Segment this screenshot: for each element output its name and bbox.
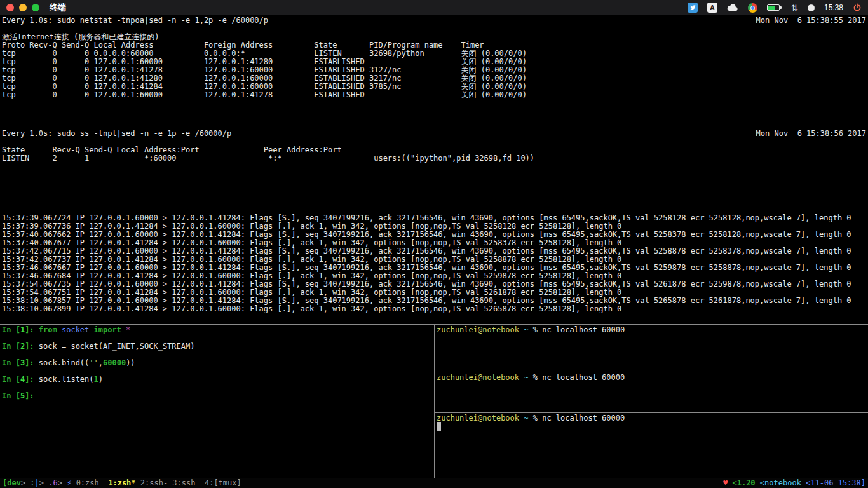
text-segment: sock = socket(AF_INET,SOCK_STREAM) [39,342,195,351]
text-segment: ]: [25,325,39,334]
text-segment [437,422,441,431]
app-title[interactable]: 终端 [50,2,66,13]
power-icon[interactable] [853,3,862,12]
text-segment: 1:zsh* [108,478,140,487]
pane-nc-1[interactable]: zuchunlei@notebook ~ % nc localhost 6000… [435,325,868,372]
terminal-line: zuchunlei@notebook ~ % nc localhost 6000… [437,374,866,382]
terminal-line [2,384,432,392]
terminal-line: zuchunlei@notebook ~ % nc localhost 6000… [437,326,866,334]
text-segment: ]: [25,375,39,384]
tmux-statusbar: [dev> :|> .6> ⚡ 0:zsh 1:zsh* 2:ssh- 3:ss… [0,478,868,488]
battery-cap [780,6,782,9]
terminal-line: In [2]: sock = socket(AF_INET,SOCK_STREA… [2,342,432,351]
pane-watch-ss[interactable]: Every 1.0s: sudo ss -tnpl|sed -n -e 1p -… [0,128,868,210]
pane-nc-2[interactable]: zuchunlei@notebook ~ % nc localhost 6000… [435,372,868,412]
text-segment: ]: [25,342,39,351]
text-segment: > [21,478,30,487]
terminal-line: In [1]: from socket import * [2,326,432,334]
cloud-icon[interactable] [727,4,738,11]
terminal-line: In [5]: [2,392,432,400]
text-segment: zuchunlei@notebook [437,373,519,382]
watch-netstat-command: Every 1.0s: sudo netstat -tnpoa|sed -n -… [2,17,268,25]
watch-ss-command: Every 1.0s: sudo ss -tnpl|sed -n -e 1p -… [2,130,231,138]
twitter-icon[interactable] [688,3,698,13]
text-segment: % nc localhost 60000 [529,325,625,334]
terminal-line: tcp 0 0 127.0.0.1:60000 127.0.0.1:41278 … [2,91,866,99]
text-segment: In [ [2,391,20,400]
text-segment [71,478,76,487]
text-segment: ♥ [723,478,732,487]
text-segment: ~ [524,373,528,382]
close-button[interactable] [6,4,14,11]
text-segment: 1 [94,375,98,384]
battery-icon[interactable] [767,4,782,11]
terminal-line: zuchunlei@notebook ~ % nc localhost 6000… [437,414,866,423]
notification-dot [808,4,815,11]
nc-pane-column: zuchunlei@notebook ~ % nc localhost 6000… [435,325,868,478]
text-segment: <11-06 15:38] [806,478,865,487]
text-segment: , [98,358,103,367]
terminal-line: LISTEN 2 1 *:60000 *:* users:(("ipython"… [2,154,866,163]
input-source-icon[interactable]: A [707,3,717,13]
macos-menubar: 终端 A ⇅ 15:38 [0,0,868,15]
window-controls [6,4,39,11]
watch-header: Every 1.0s: sudo ss -tnpl|sed -n -e 1p -… [2,130,866,138]
terminal-line [437,423,866,431]
text-segment: zuchunlei@notebook [437,325,519,334]
pane-nc-3-active[interactable]: zuchunlei@notebook ~ % nc localhost 6000… [435,413,868,478]
text-segment: zuchunlei@notebook [437,414,519,423]
pane-tcpdump[interactable]: 15:37:39.067724 IP 127.0.0.1.60000 > 127… [0,210,868,324]
pane-ipython[interactable]: In [1]: from socket import * In [2]: soc… [0,325,434,478]
pane-watch-netstat[interactable]: Every 1.0s: sudo netstat -tnpoa|sed -n -… [0,15,868,128]
text-segment: > [39,478,48,487]
text-segment: % nc localhost 60000 [529,414,625,423]
terminal-line: In [4]: sock.listen(1) [2,376,432,384]
watch-header: Every 1.0s: sudo netstat -tnpoa|sed -n -… [2,17,866,25]
sync-arrows-icon[interactable]: ⇅ [791,4,798,12]
text-segment: % nc localhost 60000 [529,373,625,382]
text-segment: ~ [524,414,528,423]
bottom-split: In [1]: from socket import * In [2]: soc… [0,325,868,478]
input-source-label: A [710,3,715,13]
battery-body [767,4,780,11]
battery-fill [768,6,775,10]
zoom-button[interactable] [32,4,39,11]
terminal-window: Every 1.0s: sudo netstat -tnpoa|sed -n -… [0,15,868,488]
text-segment: sock.bind(( [39,358,89,367]
text-segment: <1.20 [732,478,759,487]
text-segment: sock.listen( [39,375,94,384]
text-segment: '' [89,358,98,367]
text-segment: ]: [25,391,39,400]
text-segment: > [58,478,67,487]
notification-icon[interactable] [808,4,815,11]
text-segment: In [ [2,375,20,384]
ss-output: State Recv-Q Send-Q Local Address:Port P… [2,146,866,163]
minimize-button[interactable] [19,4,27,11]
text-segment: ) [98,375,103,384]
text-segment: In [ [2,342,20,351]
text-segment: 0:zsh [76,478,109,487]
text-segment: [dev [3,478,21,487]
text-segment: socket [62,325,94,334]
text-segment: ~ [524,325,528,334]
text-segment: )) [126,358,135,367]
text-segment: * [126,325,130,334]
text-segment: <notebook [760,478,806,487]
chrome-icon[interactable] [748,3,757,13]
terminal-line: In [3]: sock.bind(('',60000)) [2,359,432,367]
terminal-line: 15:38:10.067899 IP 127.0.0.1.41284 > 127… [2,305,866,313]
text-segment: 2:ssh- 3:ssh 4:[tmux] [140,478,241,487]
text-segment: :| [30,478,39,487]
netstat-output: 激活Internet连接 (服务器和已建立连接的)Proto Recv-Q Se… [2,33,866,99]
text-segment: In [ [2,358,20,367]
text-segment: from [39,325,62,334]
text-segment: In [ [2,325,20,334]
text-segment: .6 [48,478,57,487]
menubar-clock[interactable]: 15:38 [824,3,843,12]
watch-ss-date: Mon Nov 6 15:38:56 2017 [756,130,866,138]
menubar-status-icons: A ⇅ 15:38 [688,3,862,13]
tmux-status-right[interactable]: ♥ <1.20 <notebook <11-06 15:38] [723,478,865,488]
text-segment: import [94,325,126,334]
tmux-status-left[interactable]: [dev> :|> .6> ⚡ 0:zsh 1:zsh* 2:ssh- 3:ss… [3,478,241,488]
tcpdump-output: 15:37:39.067724 IP 127.0.0.1.60000 > 127… [2,214,866,313]
